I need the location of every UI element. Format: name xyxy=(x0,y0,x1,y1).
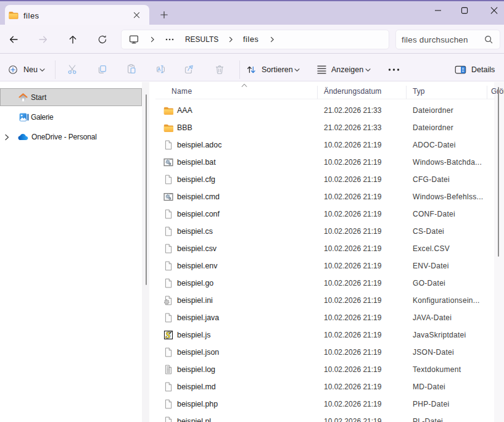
svg-text:S: S xyxy=(166,330,171,340)
